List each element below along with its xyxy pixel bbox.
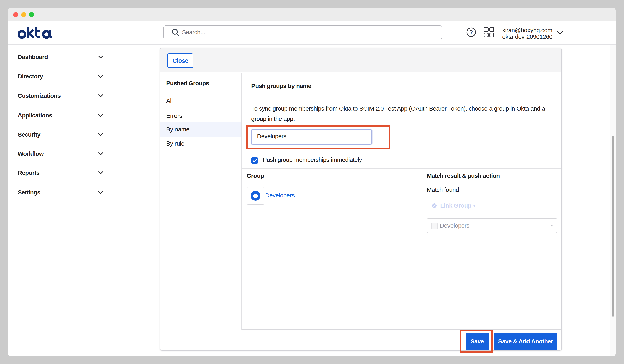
svg-text:?: ?: [469, 29, 473, 35]
